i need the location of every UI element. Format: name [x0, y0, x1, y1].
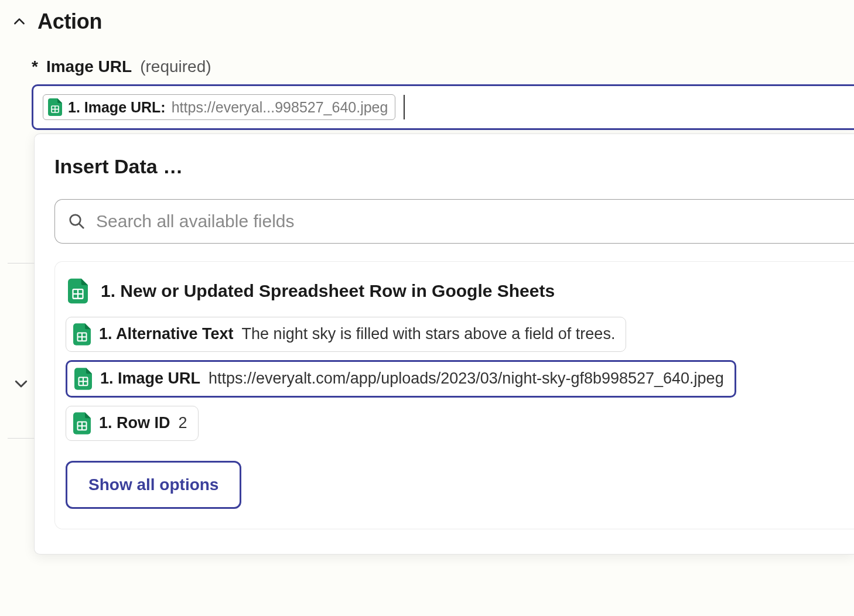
google-sheets-icon — [74, 368, 92, 390]
mapped-value-pill[interactable]: 1. Image URL: https://everyal...998527_6… — [43, 94, 395, 120]
option-label: 1. Row ID — [99, 413, 170, 433]
collapse-toggle-icon[interactable] — [12, 14, 27, 29]
field-option-alternative-text[interactable]: 1. Alternative Text The night sky is fil… — [66, 317, 626, 352]
google-sheets-icon — [48, 98, 62, 116]
option-value: https://everyalt.com/app/uploads/2023/03… — [209, 369, 724, 389]
required-asterisk: * — [32, 59, 38, 75]
option-value: 2 — [179, 413, 187, 433]
data-source-title: 1. New or Updated Spreadsheet Row in Goo… — [101, 281, 555, 301]
option-value: The night sky is filled with stars above… — [242, 324, 616, 344]
field-option-row-id[interactable]: 1. Row ID 2 — [66, 406, 199, 441]
show-all-options-button[interactable]: Show all options — [66, 461, 241, 509]
pill-label: 1. Image URL: — [68, 98, 166, 116]
chevron-down-icon — [8, 370, 35, 397]
field-label: Image URL — [46, 57, 132, 76]
dropdown-title: Insert Data … — [54, 155, 854, 178]
google-sheets-icon — [73, 323, 91, 345]
text-cursor — [404, 95, 405, 119]
option-label: 1. Alternative Text — [99, 324, 234, 344]
pill-value: https://everyal...998527_640.jpeg — [172, 98, 388, 116]
image-url-input[interactable]: 1. Image URL: https://everyal...998527_6… — [32, 84, 854, 130]
field-option-image-url[interactable]: 1. Image URL https://everyalt.com/app/up… — [66, 360, 736, 398]
results-panel: 1. New or Updated Spreadsheet Row in Goo… — [54, 261, 854, 529]
option-label: 1. Image URL — [100, 369, 200, 389]
required-hint: (required) — [140, 57, 211, 76]
insert-data-dropdown: Insert Data … 1. New or Updated Spreadsh… — [34, 134, 854, 555]
search-fields-input[interactable] — [54, 199, 854, 244]
search-icon — [68, 213, 86, 230]
search-input[interactable] — [96, 211, 842, 231]
google-sheets-icon — [68, 278, 88, 304]
google-sheets-icon — [73, 412, 91, 434]
section-title: Action — [37, 9, 102, 34]
